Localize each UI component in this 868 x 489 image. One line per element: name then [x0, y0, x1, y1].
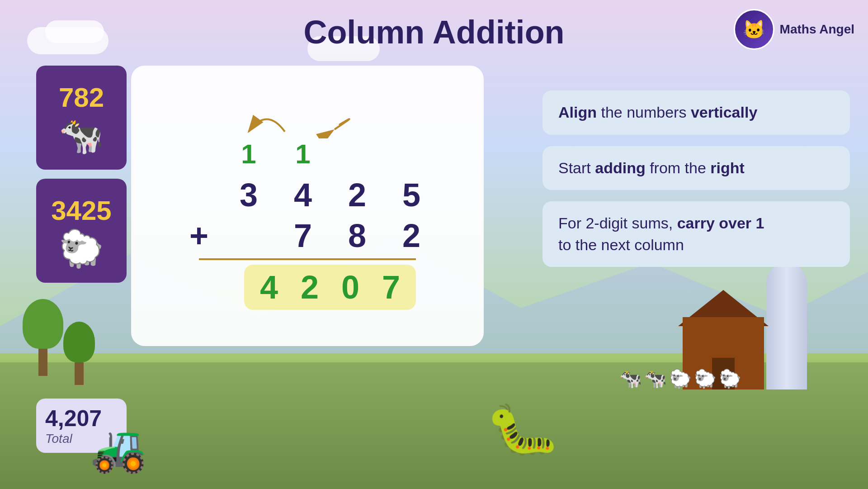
addition-grid: 1 1 3 4 2 5 + 7 8 2	[149, 102, 466, 310]
info3-bold1: carry over 1	[677, 214, 764, 232]
info2-bold1: adding	[595, 159, 645, 176]
info1-bold1: Align	[558, 104, 597, 121]
total-label: Total	[45, 432, 72, 446]
row2-d1: 7	[276, 215, 330, 256]
result-row: 4 2 0 7	[149, 265, 466, 310]
field-cows: 🐄🐄🐑🐑🐑	[619, 368, 741, 389]
info2-text1: Start	[558, 159, 595, 176]
tractor-icon: 🚜	[90, 422, 147, 475]
card-number-2: 3425	[51, 195, 111, 226]
result-d4: 7	[371, 267, 411, 308]
result-d3: 0	[330, 267, 371, 308]
result-box: 4 2 0 7	[244, 265, 416, 310]
carry-arrows-container	[194, 102, 420, 138]
row1-d4: 5	[384, 175, 439, 215]
info3-text1: For 2-digit sums,	[558, 214, 677, 232]
info2-bold2: right	[710, 159, 745, 176]
info1-bold2: vertically	[691, 104, 757, 121]
tree-left	[23, 299, 63, 376]
info1-text1: the numbers	[601, 104, 690, 121]
info-boxes: Align the numbers vertically Start addin…	[542, 90, 850, 267]
card-3425: 3425 🐑	[36, 179, 127, 283]
info-box-2: Start adding from the right	[542, 146, 850, 190]
carry-arrows-svg	[194, 102, 420, 138]
main-panel: 1 1 3 4 2 5 + 7 8 2	[131, 66, 484, 346]
cow-icon: 🐄	[59, 118, 104, 154]
info2-text2: from the	[650, 159, 710, 176]
row2: + 7 8 2	[149, 215, 466, 256]
logo-text: Maths Angel	[780, 22, 854, 37]
logo: 🐱 Maths Angel	[734, 9, 854, 50]
tree-left2	[63, 322, 95, 385]
sheep-icon: 🐑	[59, 231, 104, 267]
result-d1: 4	[249, 267, 289, 308]
info3-text2: to the next column	[558, 236, 684, 253]
row2-d3: 2	[384, 215, 439, 256]
card-782: 782 🐄	[36, 66, 127, 170]
info-box-1: Align the numbers vertically	[542, 90, 850, 135]
row1-d2: 4	[276, 175, 330, 215]
carry-empty-1	[176, 134, 222, 175]
row1-d1: 3	[222, 175, 276, 215]
row2-spacer	[222, 215, 276, 256]
row2-d2: 8	[330, 215, 384, 256]
divider-line	[199, 258, 416, 260]
row1: 3 4 2 5	[149, 175, 466, 215]
result-d2: 2	[289, 267, 330, 308]
carry-digit-2: 1	[276, 138, 330, 170]
left-cards: 782 🐄 3425 🐑	[36, 66, 127, 283]
plus-sign: +	[176, 215, 222, 256]
row1-spacer	[176, 175, 222, 215]
carry-row: 1 1	[149, 134, 466, 175]
row1-d3: 2	[330, 175, 384, 215]
info-box-3: For 2-digit sums, carry over 1 to the ne…	[542, 201, 850, 267]
carry-digit-1: 1	[222, 138, 276, 170]
logo-icon: 🐱	[734, 9, 774, 50]
card-number-1: 782	[59, 82, 104, 113]
